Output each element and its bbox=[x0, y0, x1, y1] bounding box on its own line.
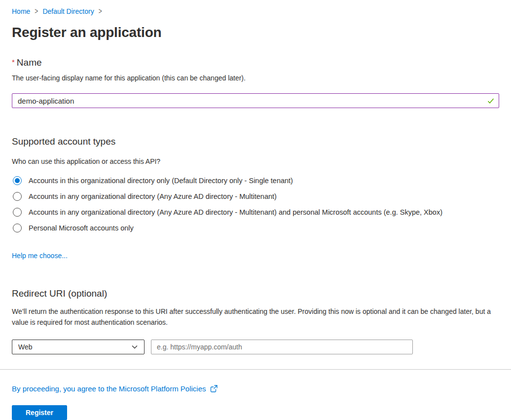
required-asterisk: * bbox=[12, 58, 15, 66]
breadcrumb-home-link[interactable]: Home bbox=[12, 6, 30, 16]
platform-select[interactable]: Web bbox=[12, 340, 145, 354]
name-field-label: *Name bbox=[12, 56, 499, 69]
register-application-page: Home > Default Directory > Register an a… bbox=[0, 0, 511, 420]
radio-label: Personal Microsoft accounts only bbox=[29, 223, 134, 233]
radio-unselected-icon[interactable] bbox=[13, 208, 22, 217]
redirect-uri-heading: Redirect URI (optional) bbox=[12, 287, 499, 300]
radio-selected-icon[interactable] bbox=[13, 176, 22, 185]
name-label-text: Name bbox=[17, 57, 42, 68]
redirect-uri-controls: Web bbox=[12, 340, 499, 354]
radio-unselected-icon[interactable] bbox=[13, 192, 22, 201]
page-title: Register an application bbox=[12, 24, 499, 41]
radio-label: Accounts in this organizational director… bbox=[29, 176, 293, 186]
radio-unselected-icon[interactable] bbox=[13, 224, 22, 232]
help-me-choose-link[interactable]: Help me choose... bbox=[12, 252, 68, 260]
green-checkmark-icon bbox=[487, 97, 495, 105]
supported-account-types-heading: Supported account types bbox=[12, 135, 499, 148]
external-link-icon[interactable] bbox=[210, 384, 218, 393]
radio-multitenant[interactable]: Accounts in any organizational directory… bbox=[12, 191, 499, 202]
radio-label: Accounts in any organizational directory… bbox=[29, 191, 277, 201]
account-types-question: Who can use this application or access t… bbox=[12, 157, 499, 166]
chevron-right-icon: > bbox=[35, 5, 38, 18]
footer-policy-row: By proceeding, you agree to the Microsof… bbox=[12, 384, 499, 393]
platform-select-value: Web bbox=[18, 343, 33, 351]
name-input[interactable] bbox=[12, 93, 499, 108]
radio-single-tenant[interactable]: Accounts in this organizational director… bbox=[12, 175, 499, 187]
radio-multitenant-personal[interactable]: Accounts in any organizational directory… bbox=[12, 206, 499, 218]
register-button[interactable]: Register bbox=[12, 405, 67, 420]
chevron-down-icon bbox=[131, 344, 138, 350]
breadcrumb: Home > Default Directory > bbox=[12, 6, 499, 16]
radio-label: Accounts in any organizational directory… bbox=[29, 207, 442, 217]
platform-policies-link[interactable]: By proceeding, you agree to the Microsof… bbox=[12, 384, 206, 393]
redirect-uri-description: We’ll return the authentication response… bbox=[12, 306, 499, 328]
chevron-right-icon: > bbox=[99, 5, 102, 18]
radio-personal-only[interactable]: Personal Microsoft accounts only bbox=[12, 222, 499, 234]
footer-divider bbox=[0, 369, 511, 370]
name-field-description: The user-facing display name for this ap… bbox=[12, 74, 499, 83]
redirect-uri-input[interactable] bbox=[151, 340, 413, 354]
name-input-wrapper bbox=[12, 93, 499, 108]
account-type-radio-group: Accounts in this organizational director… bbox=[12, 175, 499, 234]
breadcrumb-default-directory-link[interactable]: Default Directory bbox=[42, 6, 94, 16]
